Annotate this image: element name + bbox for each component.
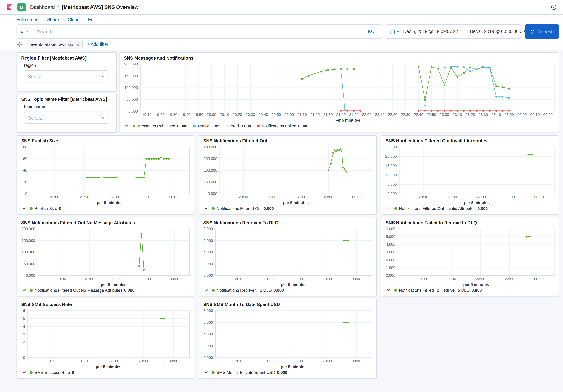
legend-item[interactable]: SMS Success Rate0 [30, 370, 74, 374]
svg-text:2.000: 2.000 [204, 344, 213, 348]
svg-text:21:00: 21:00 [447, 277, 456, 281]
search-input[interactable] [33, 29, 363, 35]
svg-text:20:00: 20:00 [57, 277, 66, 281]
legend-item[interactable]: Messages Published0.000 [133, 124, 187, 128]
legend-series-label: Notifications Filtered Out [217, 206, 262, 210]
legend-item[interactable]: Publish Size0 [30, 206, 61, 210]
region-select[interactable]: Select... [24, 70, 109, 83]
svg-text:50.000: 50.000 [126, 98, 138, 101]
help-icon[interactable]: ? [550, 3, 557, 11]
space-avatar[interactable]: D [17, 3, 26, 12]
legend-item[interactable]: Notifications Filtered Out Invalid Attri… [394, 206, 488, 210]
svg-text:6: 6 [23, 308, 25, 313]
svg-text:150.000: 150.000 [22, 238, 35, 243]
query-bar: # KQL Dec 5, 2019 @ 19:09:07.27 → Dec 6,… [0, 24, 563, 39]
svg-text:0.000: 0.000 [386, 273, 395, 277]
legend-series-label: Notifications Filtered Out No Message At… [35, 288, 122, 292]
panel-title: SNS Notifications Redriven To DLQ [199, 217, 376, 226]
add-filter-link[interactable]: + Add filter [87, 42, 108, 47]
svg-text:100.000: 100.000 [22, 250, 35, 254]
svg-text:20:00: 20:00 [235, 359, 244, 363]
chevron-down-icon[interactable] [204, 206, 208, 210]
legend-item[interactable]: Notifications Redriven To DLQ0.000 [212, 288, 284, 292]
chart-legend: Notifications Filtered Out No Message At… [17, 287, 194, 296]
panel-sns-notifications-redriven-to-dlq: SNS Notifications Redriven To DLQ 20:002… [199, 217, 377, 296]
saved-query-menu-button[interactable]: # [17, 25, 33, 38]
legend-series-value: 0.000 [263, 206, 274, 210]
date-end[interactable]: Dec 6, 2019 @ 00:30:00.00 [470, 29, 525, 34]
svg-text:23:00: 23:00 [505, 195, 515, 199]
svg-text:23:00: 23:00 [139, 195, 149, 199]
date-start[interactable]: Dec 5, 2019 @ 19:09:07.27 [403, 29, 458, 34]
close-icon[interactable]: × [74, 42, 81, 47]
svg-text:22:00: 22:00 [476, 195, 486, 199]
menu-share[interactable]: Share [47, 17, 59, 22]
kql-button[interactable]: KQL [363, 29, 382, 34]
legend-item[interactable]: Notifications Delivered0.000 [193, 124, 251, 128]
svg-text:23:00: 23:00 [324, 195, 333, 199]
menu-edit[interactable]: Edit [88, 17, 96, 22]
svg-text:00:00: 00:00 [517, 112, 527, 117]
filter-pill[interactable]: event.dataset: aws.sns × [26, 40, 83, 49]
svg-text:23:50: 23:50 [504, 112, 514, 117]
panel-sns-sms-month-to-date-spent-usd: SNS SMS Month To Date Spent USD 20:0021:… [199, 299, 377, 379]
svg-text:23:40: 23:40 [491, 112, 501, 117]
chart-legend: Notifications Filtered Out Invalid Attri… [381, 205, 559, 214]
date-range-arrow-icon: → [462, 29, 466, 34]
svg-text:20:20: 20:20 [233, 112, 242, 117]
menu-full-screen[interactable]: Full screen [17, 17, 38, 22]
svg-text:20:30: 20:30 [246, 112, 255, 117]
svg-text:22:00: 22:00 [108, 359, 118, 363]
svg-text:21:30: 21:30 [323, 112, 333, 117]
svg-text:per 5 minutes: per 5 minutes [283, 201, 309, 205]
refresh-icon [530, 29, 535, 34]
legend-item[interactable]: Notifications Failed0.000 [257, 124, 308, 128]
svg-text:4.000: 4.000 [204, 332, 213, 336]
chevron-down-icon[interactable] [125, 124, 129, 128]
chevron-down-icon[interactable] [22, 206, 26, 210]
svg-text:00:00: 00:00 [169, 195, 179, 199]
legend-item[interactable]: SMS Month To Date Spent USD0.000 [212, 370, 287, 374]
chevron-down-icon[interactable] [22, 370, 26, 374]
panel-sns-notifications-filtered-out-no-message-attributes: SNS Notifications Filtered Out No Messag… [17, 217, 194, 296]
chevron-down-icon[interactable] [386, 206, 391, 210]
panel-sns-messages-and-notifications: SNS Messages and Notifications 19:1019:2… [119, 52, 559, 132]
breadcrumb: Dashboard / [Metricbeat AWS] SNS Overvie… [30, 4, 139, 10]
svg-text:19:50: 19:50 [194, 112, 203, 117]
svg-text:23:10: 23:10 [453, 112, 462, 117]
header-bar: D Dashboard / [Metricbeat AWS] SNS Overv… [0, 0, 563, 15]
panel-title: SNS Publish Size [17, 136, 194, 144]
kibana-logo[interactable] [6, 3, 13, 11]
breadcrumb-dashboard[interactable]: Dashboard [30, 4, 55, 10]
menu-clone[interactable]: Clone [68, 17, 79, 22]
svg-text:21:00: 21:00 [85, 277, 94, 281]
panel-sns-notifications-filtered-out: SNS Notifications Filtered Out 20:0021:0… [199, 135, 377, 214]
chevron-down-icon[interactable] [204, 288, 208, 292]
chevron-down-icon[interactable] [204, 370, 208, 374]
svg-text:20:10: 20:10 [220, 112, 229, 117]
search-box: # KQL [17, 24, 382, 39]
svg-text:50.000: 50.000 [24, 262, 35, 266]
line-chart: 20:0021:0022:0023:0000:000.00050.000100.… [17, 226, 194, 287]
svg-text:20:00: 20:00 [417, 277, 427, 281]
legend-series-value: 0.000 [472, 288, 482, 292]
svg-text:per 5 minutes: per 5 minutes [101, 282, 127, 287]
svg-text:22:00: 22:00 [476, 277, 485, 281]
topic-name-select[interactable]: Select... [24, 112, 109, 124]
line-chart: 20:0021:0022:0023:0000:000.0005.00010.00… [381, 144, 559, 205]
chevron-down-icon[interactable] [22, 288, 26, 292]
gear-icon[interactable] [17, 42, 22, 47]
chevron-down-icon[interactable] [386, 288, 391, 292]
legend-series-value: 0 [59, 206, 61, 210]
svg-text:23:00: 23:00 [322, 359, 332, 363]
svg-text:0: 0 [25, 192, 27, 196]
legend-item[interactable]: Notifications Filtered Out0.000 [212, 206, 274, 210]
calendar-quick-select-button[interactable] [386, 25, 403, 38]
hash-icon: # [21, 29, 24, 35]
refresh-button[interactable]: Refresh [525, 24, 559, 39]
svg-text:6.000: 6.000 [386, 227, 395, 231]
legend-item[interactable]: Notifications Filtered Out No Message At… [30, 288, 134, 292]
chevron-down-icon [25, 30, 29, 33]
svg-text:0.000: 0.000 [204, 355, 213, 360]
legend-item[interactable]: Notifications Failed To Redrive To DLQ0.… [394, 288, 482, 292]
